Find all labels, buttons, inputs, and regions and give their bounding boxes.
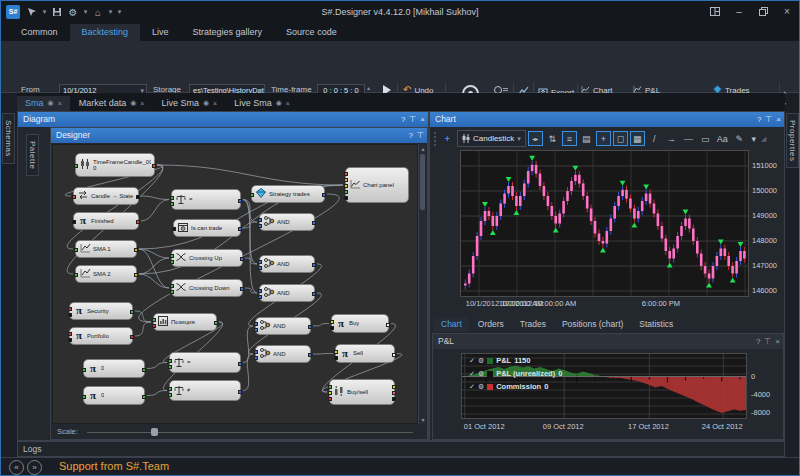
output-port[interactable] <box>240 287 244 291</box>
tab-options-icon[interactable]: ◉ <box>276 99 282 107</box>
output-port[interactable] <box>238 199 242 203</box>
input-port[interactable] <box>170 254 174 258</box>
input-port[interactable] <box>258 295 262 299</box>
diagram-node-st[interactable]: Strategy trades <box>251 185 325 203</box>
output-port[interactable] <box>392 391 396 395</box>
draw-rect-button[interactable]: ▭ <box>698 131 713 146</box>
restore-button[interactable] <box>755 4 771 19</box>
tab-options-icon[interactable]: ◉ <box>203 99 209 107</box>
help-icon[interactable]: ? <box>401 116 405 124</box>
input-port[interactable] <box>258 224 262 228</box>
doc-tab-live-sma[interactable]: Live Sma◉× <box>153 96 225 111</box>
output-port[interactable] <box>312 292 316 296</box>
close-button[interactable]: × <box>779 4 795 19</box>
tab-close-icon[interactable]: × <box>213 100 217 107</box>
output-port[interactable] <box>136 220 140 224</box>
input-port[interactable] <box>168 359 172 363</box>
diagram-node-sec[interactable]: πSecurity <box>69 302 133 320</box>
schemas-side-tab[interactable]: Schemas <box>2 113 15 164</box>
close-icon[interactable]: × <box>776 116 781 124</box>
pnl-panel-header[interactable]: P&L <box>433 334 783 349</box>
diagram-node-poz[interactable]: Позиция <box>153 313 217 331</box>
auto-range-button[interactable]: ◂▸ <box>528 131 543 146</box>
close-icon[interactable]: × <box>775 338 780 346</box>
run-cursor-icon[interactable] <box>25 5 39 20</box>
input-port[interactable] <box>152 318 156 322</box>
input-port[interactable] <box>334 350 338 354</box>
add-indicator-button[interactable]: + <box>440 131 455 146</box>
output-port[interactable] <box>308 325 312 329</box>
diagram-node-sell[interactable]: πSell <box>335 344 395 363</box>
ribbon-tab-strategies-gallery[interactable]: Strategies gallery <box>181 24 275 41</box>
input-port[interactable] <box>344 178 348 182</box>
doc-tab-sma[interactable]: Sma◉× <box>17 96 70 111</box>
input-port[interactable] <box>344 190 348 194</box>
input-port[interactable] <box>330 320 334 324</box>
diagram-node-c2s[interactable]: Candle → State <box>73 187 139 205</box>
pin-icon[interactable]: ⊤ <box>764 338 771 346</box>
scale-slider-thumb[interactable] <box>151 428 158 436</box>
input-port[interactable] <box>172 227 176 231</box>
input-port[interactable] <box>258 266 262 270</box>
help-icon[interactable]: ? <box>756 338 760 346</box>
run-dropdown-icon[interactable]: ▾ <box>41 8 48 16</box>
input-port[interactable] <box>328 385 332 389</box>
scale-slider[interactable] <box>87 432 413 433</box>
input-port[interactable] <box>82 368 86 372</box>
support-link[interactable]: Support from S#.Team <box>59 460 169 472</box>
logs-panel[interactable]: Logs <box>17 441 785 457</box>
output-port[interactable] <box>238 390 242 394</box>
diagram-node-and1[interactable]: AND <box>259 213 315 231</box>
tab-options-icon[interactable]: ◉ <box>130 99 136 107</box>
doc-tab-market-data[interactable]: Market data◉× <box>71 96 153 111</box>
input-port[interactable] <box>82 395 86 399</box>
output-port[interactable] <box>392 385 396 389</box>
input-port[interactable] <box>328 391 332 395</box>
result-tab-statistics[interactable]: Statistics <box>632 317 680 332</box>
input-port[interactable] <box>74 164 78 168</box>
close-icon[interactable]: × <box>420 116 425 124</box>
input-port[interactable] <box>170 290 174 294</box>
output-port[interactable] <box>134 248 138 252</box>
input-port[interactable] <box>152 324 156 328</box>
input-port[interactable] <box>254 350 258 354</box>
draw-arrow-button[interactable]: → <box>664 131 679 146</box>
next-button[interactable]: » <box>27 460 42 475</box>
toolbar-overflow-icon[interactable]: ▾ <box>749 131 759 146</box>
tab-close-icon[interactable]: × <box>140 100 144 107</box>
annotation-button[interactable]: ◻ <box>613 131 628 146</box>
legend-button[interactable]: ≡ <box>562 131 577 146</box>
pin-icon[interactable]: ⊤ <box>765 116 772 124</box>
tab-close-icon[interactable]: × <box>58 100 62 107</box>
diagram-node-bs[interactable]: Buy/sell <box>329 379 395 405</box>
input-port[interactable] <box>74 273 78 277</box>
chart-panel-header[interactable]: Chart <box>430 112 784 127</box>
price-plot[interactable] <box>460 150 749 297</box>
diagram-node-cmp1[interactable]: = <box>169 352 241 373</box>
diagram-node-sma2[interactable]: SMA 2 <box>75 265 137 283</box>
sort-arrows-button[interactable]: ⇅ <box>545 131 560 146</box>
pin-icon[interactable]: ⊤ <box>409 116 416 124</box>
settings-gear-icon[interactable]: ⚙ <box>66 5 80 20</box>
input-port[interactable] <box>258 289 262 293</box>
input-port[interactable] <box>168 393 172 397</box>
diagram-node-tfc[interactable]: TimeFrameCandle_00:05:0 0 <box>75 153 155 177</box>
volume-button[interactable]: ▦ <box>630 131 645 146</box>
input-port[interactable] <box>74 248 78 252</box>
diagram-node-pf[interactable]: πPortfolio <box>69 327 133 345</box>
output-port[interactable] <box>238 227 242 231</box>
home-dropdown-icon[interactable]: ▾ <box>107 8 114 16</box>
diagram-panel-header[interactable]: Diagram <box>18 112 428 127</box>
input-port[interactable] <box>168 387 172 391</box>
qat-overflow-icon[interactable]: ▾ <box>116 8 123 16</box>
diagram-node-eq[interactable]: = <box>171 189 241 210</box>
output-port[interactable] <box>312 221 316 225</box>
ribbon-tab-common[interactable]: Common <box>9 24 70 41</box>
designer-vertical-scrollbar[interactable]: ▴ ▾ <box>418 144 426 424</box>
visible-check-icon[interactable]: ✓ <box>469 370 475 378</box>
output-port[interactable] <box>240 257 244 261</box>
input-port[interactable] <box>328 397 332 401</box>
output-port[interactable] <box>386 323 390 327</box>
input-port[interactable] <box>254 322 258 326</box>
result-tab-chart[interactable]: Chart <box>434 317 469 332</box>
